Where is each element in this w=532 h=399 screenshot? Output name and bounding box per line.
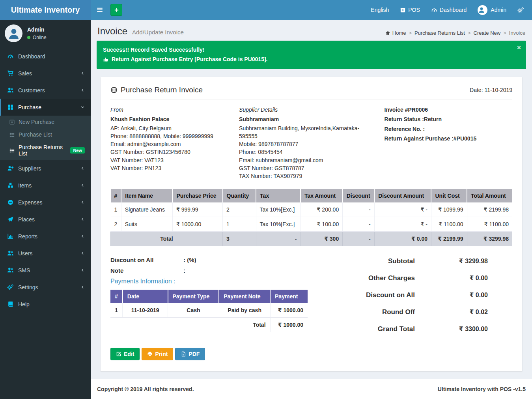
sidebar-item-places[interactable]: Places	[0, 211, 91, 228]
sidebar-item-sales[interactable]: Sales	[0, 65, 91, 82]
minus-circle-icon	[7, 199, 14, 206]
close-icon[interactable]: ×	[517, 44, 521, 51]
item-row: 2 Suits ₹ 1000.00 1 Tax 10%[Exc.] ₹ 100.…	[111, 217, 513, 231]
sidebar-item-settings[interactable]: Settings	[0, 279, 91, 296]
discount-all-label: Discount on All	[366, 291, 415, 299]
new-badge: New	[70, 147, 85, 154]
gears-icon	[7, 284, 14, 290]
return-status: Return Status :Return	[385, 115, 512, 123]
invoice-title: Purchase Return Invoice	[110, 86, 203, 94]
payments-heading: Payments Information :	[110, 278, 323, 285]
alert-title: Success!! Record Saved Successfully!	[103, 47, 514, 53]
edit-icon	[116, 351, 121, 357]
sidebar-item-items[interactable]: Items	[0, 177, 91, 194]
home-icon	[385, 30, 390, 36]
sidebar-item-reports[interactable]: Reports	[0, 228, 91, 245]
thumbs-up-icon	[103, 56, 109, 62]
page-subtitle: Add/Update Invoice	[132, 29, 184, 36]
sidebar-user-status: Online	[27, 35, 47, 40]
sidebar-item-expenses[interactable]: Expenses	[0, 194, 91, 211]
globe-icon	[110, 86, 118, 94]
sidebar-item-sms[interactable]: SMS	[0, 262, 91, 279]
breadcrumb-current: Invoice	[500, 30, 525, 36]
pdf-button[interactable]: PDF	[175, 348, 205, 360]
sidebar-item-suppliers[interactable]: Suppliers	[0, 160, 91, 177]
app-logo[interactable]: Ultimate Inventory	[0, 0, 91, 20]
success-alert: Success!! Record Saved Successfully! Ret…	[97, 41, 526, 69]
sidebar-toggle-button[interactable]	[91, 0, 109, 20]
users-icon	[7, 267, 14, 273]
note-label: Note	[110, 267, 183, 274]
sidebar: Ultimate Inventory Admin Online Dashboar…	[0, 0, 91, 399]
payments-table: # Date Payment Type Payment Note Payment…	[110, 290, 308, 332]
avatar	[5, 24, 22, 42]
chevron-left-icon	[80, 200, 85, 204]
breadcrumb-home[interactable]: Home	[385, 30, 406, 36]
edit-button[interactable]: Edit	[110, 348, 140, 360]
chevron-left-icon	[80, 268, 85, 272]
sidebar-user-name: Admin	[27, 26, 47, 33]
return-against-purchase: Return Against Purchase :#PU0015	[385, 135, 512, 142]
chevron-left-icon	[80, 71, 85, 75]
page-title: Invoice	[97, 26, 127, 36]
users-icon	[7, 250, 14, 257]
chevron-left-icon	[80, 183, 85, 187]
sidebar-item-customers[interactable]: Customers	[0, 82, 91, 99]
print-button[interactable]: Print	[142, 348, 173, 360]
plus-square-icon	[400, 7, 406, 13]
list-icon	[9, 132, 15, 138]
breadcrumb-create-new[interactable]: Create New	[465, 30, 500, 36]
sidebar-item-purchase[interactable]: Purchase	[0, 99, 91, 116]
footer: Copyright © 2019 All rights reserved. Ul…	[91, 379, 532, 399]
pos-link[interactable]: POS	[394, 0, 426, 20]
round-off-label: Round Off	[382, 308, 415, 316]
page-heading: Invoice Add/Update Invoice	[97, 26, 184, 37]
company-name: Khush Fashion Palace	[110, 115, 231, 123]
chevron-left-icon	[80, 234, 85, 238]
language-menu[interactable]: English	[365, 0, 394, 20]
subtotal-value: ₹ 3299.98	[415, 257, 488, 265]
other-charges-value: ₹ 0.00	[415, 274, 488, 282]
top-navbar: English POS Dashboard Admin	[91, 0, 532, 20]
discount-on-all-label: Discount on All	[110, 257, 183, 263]
avatar	[478, 5, 487, 15]
invoice-meta-block: Invoice #PR0006 Return Status :Return Re…	[376, 106, 512, 180]
cubes-icon	[7, 182, 14, 189]
chevron-left-icon	[80, 217, 85, 221]
invoice-card: Purchase Return Invoice Date: 11-10-2019…	[101, 77, 522, 371]
sidebar-item-help[interactable]: Help	[0, 296, 91, 313]
tachometer-icon	[7, 53, 14, 60]
from-block: From Khush Fashion Palace AP: Ankali, Ci…	[110, 106, 239, 180]
sidebar-item-purchase-returns-list[interactable]: Purchase Returns ListNew	[0, 141, 91, 160]
grand-total-label: Grand Total	[378, 325, 415, 333]
plus-square-outline-icon	[9, 119, 15, 125]
sidebar-item-purchase-list[interactable]: Purchase List	[0, 128, 91, 141]
breadcrumb-purchase-returns-list[interactable]: Purchase Returns List	[406, 30, 465, 36]
totals-summary: Subtotal₹ 3299.98 Other Charges₹ 0.00 Di…	[323, 252, 512, 342]
invoice-number: Invoice #PR0006	[385, 106, 512, 114]
pdf-icon	[181, 351, 186, 357]
discount-on-all-value: : (%)	[183, 257, 196, 263]
gears-icon	[517, 7, 524, 13]
chevron-left-icon	[80, 166, 85, 170]
app-window: Ultimate Inventory Admin Online Dashboar…	[0, 0, 532, 399]
reference-no: Reference No. :	[385, 125, 512, 133]
copyright-text: Copyright © 2019 All rights reserved.	[97, 386, 194, 392]
chevron-left-icon	[80, 251, 85, 255]
note-value: :	[183, 267, 185, 274]
content-area: Invoice Add/Update Invoice Home Purchase…	[91, 20, 532, 379]
sidebar-item-users[interactable]: Users	[0, 245, 91, 262]
quick-add-button[interactable]	[110, 4, 122, 16]
breadcrumb: Home Purchase Returns List Create New In…	[385, 30, 525, 37]
settings-menu[interactable]	[512, 0, 532, 20]
plus-icon	[114, 7, 119, 13]
bar-chart-icon	[7, 233, 14, 240]
payment-row: 1 11-10-2019 Cash Paid by cash ₹ 1000.00	[110, 303, 308, 318]
sidebar-item-dashboard[interactable]: Dashboard	[0, 48, 91, 65]
supplier-name: Subhramaniam	[239, 115, 368, 123]
sidebar-item-new-purchase[interactable]: New Purchase	[0, 116, 91, 128]
item-row: 1 Signature Jeans ₹ 999.99 2 Tax 10%[Exc…	[111, 202, 513, 217]
user-menu[interactable]: Admin	[472, 0, 512, 20]
dashboard-link[interactable]: Dashboard	[426, 0, 472, 20]
paper-plane-icon	[7, 216, 14, 223]
